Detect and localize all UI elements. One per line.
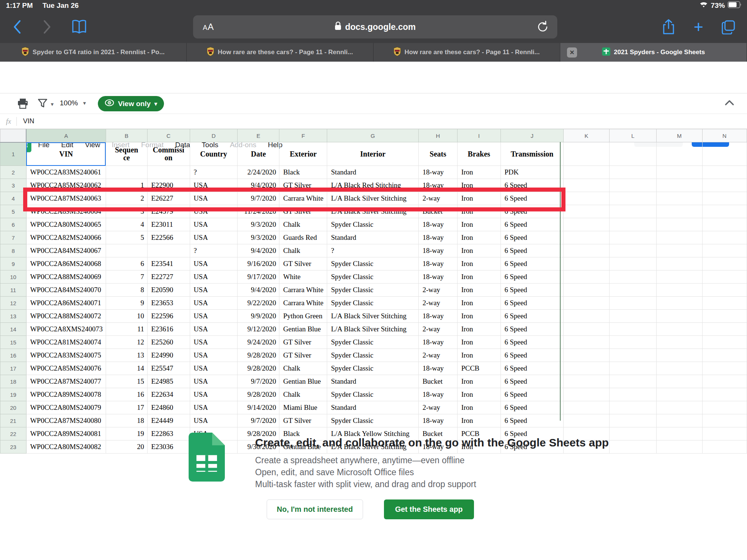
cell[interactable]: ? bbox=[327, 244, 419, 257]
cell[interactable]: WP0CC2A89MS240078 bbox=[26, 388, 106, 401]
cell[interactable]: 2-way bbox=[419, 284, 458, 297]
header-cell-country[interactable]: Country bbox=[190, 142, 238, 166]
back-button[interactable] bbox=[9, 18, 25, 36]
cell[interactable]: 9/24/2020 bbox=[238, 336, 279, 349]
cell[interactable]: USA bbox=[190, 336, 238, 349]
empty-cell[interactable] bbox=[564, 270, 609, 284]
cell[interactable]: 17 bbox=[106, 401, 147, 414]
cell[interactable]: Iron bbox=[457, 336, 500, 349]
cell[interactable]: 6 Speed bbox=[500, 297, 564, 310]
cell[interactable]: 18-way bbox=[419, 218, 458, 231]
cell[interactable]: USA bbox=[190, 349, 238, 362]
tabs-overview-icon[interactable] bbox=[720, 18, 737, 36]
empty-cell[interactable] bbox=[609, 401, 656, 414]
empty-cell[interactable] bbox=[564, 231, 609, 244]
cell[interactable]: USA bbox=[190, 310, 238, 323]
cell[interactable]: E20590 bbox=[147, 284, 190, 297]
row-header-8[interactable]: 8 bbox=[0, 244, 27, 257]
cell[interactable]: E22863 bbox=[147, 427, 190, 440]
cell[interactable]: L/A Black Silver Stitching bbox=[327, 310, 419, 323]
empty-cell[interactable] bbox=[564, 166, 609, 179]
row-header-7[interactable]: 7 bbox=[0, 231, 27, 244]
cell[interactable]: WP0CC2A86MS240068 bbox=[26, 257, 106, 270]
empty-cell[interactable] bbox=[609, 244, 656, 257]
bookmarks-icon[interactable] bbox=[71, 18, 87, 36]
empty-cell[interactable] bbox=[564, 414, 609, 427]
cell[interactable]: 18-way bbox=[419, 231, 458, 244]
tab-close-icon[interactable]: ✕ bbox=[567, 47, 577, 58]
cell[interactable]: GT Silver bbox=[279, 336, 327, 349]
cell[interactable]: E24985 bbox=[147, 375, 190, 388]
cell[interactable]: Spyder Classic bbox=[327, 388, 419, 401]
cell[interactable]: E23616 bbox=[147, 323, 190, 336]
cell[interactable]: 10 bbox=[106, 310, 147, 323]
empty-cell[interactable] bbox=[609, 297, 656, 310]
cell[interactable]: E23653 bbox=[147, 297, 190, 310]
cell[interactable]: Spyder Classic bbox=[327, 336, 419, 349]
cell[interactable]: Guards Red bbox=[279, 231, 327, 244]
cell[interactable]: 18-way bbox=[419, 336, 458, 349]
empty-cell[interactable] bbox=[564, 297, 609, 310]
cell[interactable]: 6 Speed bbox=[500, 414, 564, 427]
cell[interactable]: Iron bbox=[457, 218, 500, 231]
cell[interactable]: 18-way bbox=[419, 414, 458, 427]
cell[interactable]: WP0CC2A89MS240081 bbox=[26, 427, 106, 440]
cell[interactable]: WP0CC2A87MS240080 bbox=[26, 414, 106, 427]
cell[interactable]: 19 bbox=[106, 427, 147, 440]
cell[interactable]: Spyder Classic bbox=[327, 414, 419, 427]
empty-cell[interactable] bbox=[657, 244, 702, 257]
empty-cell[interactable] bbox=[702, 362, 747, 375]
cell[interactable]: E25547 bbox=[147, 362, 190, 375]
empty-cell[interactable] bbox=[657, 401, 702, 414]
row-header-6[interactable]: 6 bbox=[0, 218, 27, 231]
collapse-toolbar-icon[interactable] bbox=[724, 99, 735, 108]
row-header-19[interactable]: 19 bbox=[0, 388, 27, 401]
cell[interactable]: E22634 bbox=[147, 388, 190, 401]
cell[interactable]: 6 Speed bbox=[500, 310, 564, 323]
formula-bar[interactable]: fx VIN bbox=[0, 114, 747, 129]
header-cell-transmission[interactable]: Transmission bbox=[500, 142, 564, 166]
empty-cell[interactable] bbox=[609, 440, 656, 454]
cell[interactable]: WP0CC2A87MS240077 bbox=[26, 375, 106, 388]
empty-cell[interactable] bbox=[657, 362, 702, 375]
cell[interactable]: E22727 bbox=[147, 270, 190, 284]
empty-cell[interactable] bbox=[609, 362, 656, 375]
cell[interactable]: 6 Speed bbox=[500, 284, 564, 297]
row-header-16[interactable]: 16 bbox=[0, 349, 27, 362]
empty-cell[interactable] bbox=[657, 192, 702, 205]
cell[interactable]: 2-way bbox=[419, 297, 458, 310]
header-cell-commission[interactable]: Commission bbox=[147, 142, 190, 166]
cell[interactable]: E24990 bbox=[147, 349, 190, 362]
empty-cell[interactable] bbox=[609, 142, 656, 166]
cell[interactable]: 9 bbox=[106, 297, 147, 310]
cell[interactable]: 2-way bbox=[419, 401, 458, 414]
cell[interactable]: Chalk bbox=[279, 218, 327, 231]
cell[interactable]: Chalk bbox=[279, 244, 327, 257]
empty-cell[interactable] bbox=[564, 218, 609, 231]
filter-caret-icon[interactable]: ▾ bbox=[51, 101, 54, 108]
empty-cell[interactable] bbox=[657, 336, 702, 349]
cell[interactable]: Iron bbox=[457, 310, 500, 323]
empty-cell[interactable] bbox=[564, 284, 609, 297]
cell[interactable]: Iron bbox=[457, 388, 500, 401]
cell[interactable]: 6 Speed bbox=[500, 257, 564, 270]
cell[interactable]: 15 bbox=[106, 375, 147, 388]
cell[interactable]: WP0CC2A86MS240071 bbox=[26, 297, 106, 310]
cell[interactable]: Spyder Classic bbox=[327, 284, 419, 297]
column-header-B[interactable]: B bbox=[106, 129, 147, 142]
empty-cell[interactable] bbox=[657, 142, 702, 166]
empty-cell[interactable] bbox=[702, 388, 747, 401]
row-header-13[interactable]: 13 bbox=[0, 310, 27, 323]
cell[interactable] bbox=[147, 244, 190, 257]
cell[interactable]: 9/28/2020 bbox=[238, 349, 279, 362]
cell[interactable]: Spyder Classic bbox=[327, 349, 419, 362]
cell[interactable]: E23011 bbox=[147, 218, 190, 231]
empty-cell[interactable] bbox=[702, 414, 747, 427]
empty-cell[interactable] bbox=[702, 375, 747, 388]
empty-cell[interactable] bbox=[564, 257, 609, 270]
empty-cell[interactable] bbox=[609, 231, 656, 244]
cell[interactable]: 6 Speed bbox=[500, 388, 564, 401]
cell[interactable]: 9/12/2020 bbox=[238, 323, 279, 336]
cell[interactable]: WP0CC2A88MS240069 bbox=[26, 270, 106, 284]
row-header-3[interactable]: 3 bbox=[0, 179, 27, 192]
